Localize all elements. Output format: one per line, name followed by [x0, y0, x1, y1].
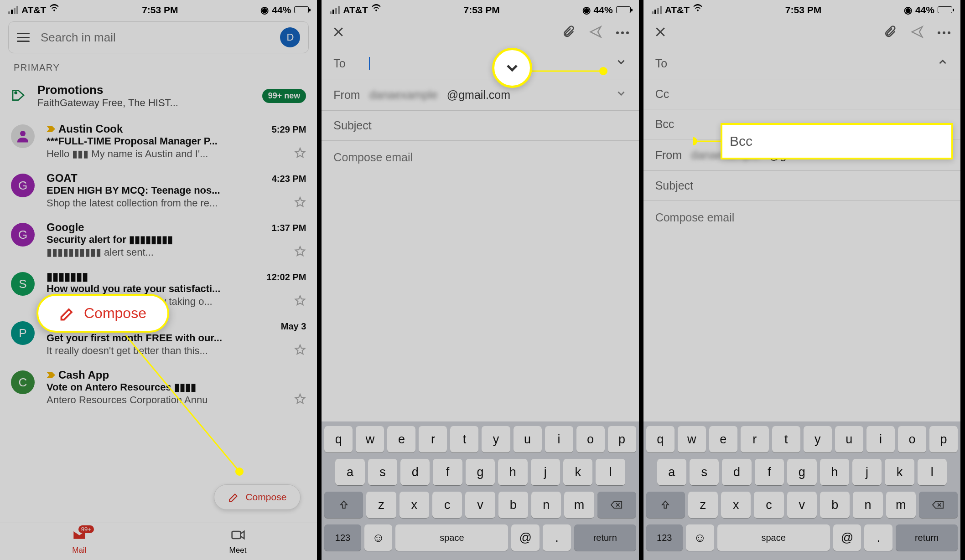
key-q[interactable]: q — [324, 426, 353, 452]
star-icon[interactable] — [294, 147, 306, 161]
key-l[interactable]: l — [596, 459, 625, 485]
key-t[interactable]: t — [772, 426, 800, 452]
backspace-key[interactable] — [597, 492, 636, 518]
key-s[interactable]: s — [690, 459, 719, 485]
space-key[interactable]: space — [717, 524, 830, 551]
numeric-key[interactable]: 123 — [324, 524, 361, 551]
attachment-icon[interactable] — [883, 25, 897, 41]
avatar[interactable]: D — [280, 27, 300, 47]
key-q[interactable]: q — [646, 426, 674, 452]
star-icon[interactable] — [294, 344, 306, 358]
star-icon[interactable] — [294, 196, 306, 210]
key-u[interactable]: u — [514, 426, 542, 452]
key-i[interactable]: i — [545, 426, 573, 452]
key-t[interactable]: t — [450, 426, 478, 452]
shift-key[interactable] — [324, 492, 363, 518]
key-l[interactable]: l — [918, 459, 947, 485]
backspace-key[interactable] — [919, 492, 958, 518]
email-row[interactable]: G GOAT 4:23 PM EDEN HIGH BY MCQ: Teenage… — [0, 166, 317, 216]
key-e[interactable]: e — [387, 426, 415, 452]
email-row[interactable]: C Cash App Vote on Antero Resources ▮▮▮▮… — [0, 363, 317, 412]
keyboard[interactable]: qwertyuiopasdfghjklzxcvbnm 123 ☺ space @… — [643, 421, 960, 560]
key-g[interactable]: g — [787, 459, 816, 485]
key-k[interactable]: k — [885, 459, 914, 485]
cc-field[interactable]: Cc — [643, 79, 960, 109]
key-o[interactable]: o — [576, 426, 605, 452]
key-g[interactable]: g — [466, 459, 495, 485]
key-d[interactable]: d — [722, 459, 751, 485]
key-w[interactable]: w — [678, 426, 706, 452]
nav-meet[interactable]: Meet — [159, 523, 317, 560]
key-v[interactable]: v — [465, 492, 495, 518]
key-x[interactable]: x — [721, 492, 751, 518]
key-b[interactable]: b — [498, 492, 528, 518]
subject-field[interactable]: Subject — [322, 111, 638, 141]
chevron-down-icon[interactable] — [615, 87, 627, 102]
more-icon[interactable] — [616, 31, 629, 34]
key-c[interactable]: c — [432, 492, 462, 518]
key-o[interactable]: o — [898, 426, 926, 452]
key-f[interactable]: f — [433, 459, 462, 485]
key-h[interactable]: h — [498, 459, 527, 485]
key-x[interactable]: x — [399, 492, 429, 518]
key-d[interactable]: d — [400, 459, 430, 485]
email-row[interactable]: G Google 1:37 PM Security alert for ▮▮▮▮… — [0, 216, 317, 265]
star-icon[interactable] — [294, 295, 306, 308]
promotions-row[interactable]: Promotions FaithGateway Free, The HIST..… — [0, 78, 317, 117]
compose-body[interactable]: Compose email — [322, 141, 638, 174]
key-b[interactable]: b — [820, 492, 850, 518]
return-key[interactable]: return — [574, 524, 636, 551]
chevron-up-icon[interactable] — [937, 56, 949, 71]
send-icon[interactable] — [910, 25, 924, 41]
key-j[interactable]: j — [852, 459, 882, 485]
key-u[interactable]: u — [835, 426, 863, 452]
from-field[interactable]: From danaexample @gmail.com — [322, 79, 638, 111]
at-key[interactable]: @ — [511, 524, 540, 551]
emoji-key[interactable]: ☺ — [364, 524, 393, 551]
star-icon[interactable] — [294, 246, 306, 259]
key-j[interactable]: j — [531, 459, 560, 485]
shift-key[interactable] — [646, 492, 685, 518]
period-key[interactable]: . — [864, 524, 892, 551]
compose-body[interactable]: Compose email — [643, 201, 960, 234]
key-r[interactable]: r — [419, 426, 447, 452]
period-key[interactable]: . — [543, 524, 571, 551]
key-m[interactable]: m — [886, 492, 916, 518]
key-c[interactable]: c — [754, 492, 783, 518]
key-s[interactable]: s — [368, 459, 397, 485]
key-z[interactable]: z — [366, 492, 396, 518]
key-m[interactable]: m — [564, 492, 594, 518]
return-key[interactable]: return — [896, 524, 958, 551]
email-row[interactable]: Austin Cook 5:29 PM ***FULL-TIME Proposa… — [0, 117, 317, 166]
star-icon[interactable] — [294, 393, 306, 407]
key-e[interactable]: e — [709, 426, 737, 452]
key-a[interactable]: a — [657, 459, 686, 485]
key-k[interactable]: k — [563, 459, 592, 485]
nav-mail[interactable]: 99+ Mail — [0, 523, 159, 560]
key-h[interactable]: h — [820, 459, 849, 485]
key-p[interactable]: p — [608, 426, 636, 452]
key-f[interactable]: f — [755, 459, 784, 485]
key-p[interactable]: p — [929, 426, 958, 452]
compose-fab[interactable]: Compose — [214, 484, 301, 510]
numeric-key[interactable]: 123 — [646, 524, 683, 551]
key-i[interactable]: i — [866, 426, 895, 452]
key-n[interactable]: n — [853, 492, 882, 518]
key-y[interactable]: y — [804, 426, 832, 452]
send-icon[interactable] — [589, 25, 602, 41]
subject-field[interactable]: Subject — [643, 171, 960, 201]
at-key[interactable]: @ — [833, 524, 861, 551]
search-input[interactable] — [41, 31, 269, 45]
menu-icon[interactable] — [17, 33, 30, 42]
key-a[interactable]: a — [335, 459, 364, 485]
close-icon[interactable] — [654, 25, 667, 41]
attachment-icon[interactable] — [561, 25, 575, 41]
emoji-key[interactable]: ☺ — [686, 524, 714, 551]
key-w[interactable]: w — [356, 426, 384, 452]
key-z[interactable]: z — [688, 492, 718, 518]
search-bar[interactable]: D — [8, 21, 309, 53]
to-field[interactable]: To — [322, 48, 638, 79]
keyboard[interactable]: qwertyuiopasdfghjklzxcvbnm 123 ☺ space @… — [322, 421, 638, 560]
space-key[interactable]: space — [395, 524, 508, 551]
key-n[interactable]: n — [531, 492, 561, 518]
